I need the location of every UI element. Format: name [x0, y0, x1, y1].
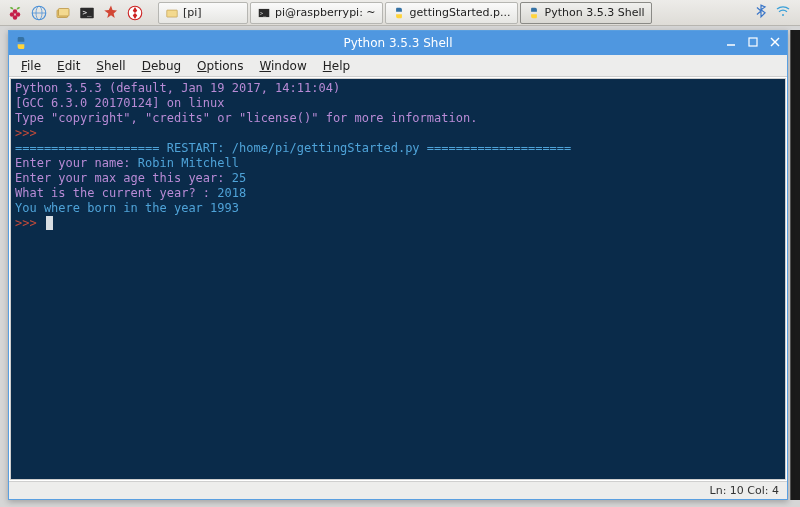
shell-output: Python 3.5.3 (default, Jan 19 2017, 14:1… — [11, 79, 785, 233]
prompt: >>> — [15, 126, 44, 140]
background-window-peek — [790, 30, 800, 500]
idle-window: Python 3.5.3 Shell File Edit Shell Debug… — [8, 30, 788, 500]
folder-icon — [165, 6, 179, 20]
statusbar: Ln: 10 Col: 4 — [9, 481, 787, 499]
close-button[interactable] — [767, 34, 783, 50]
task-terminal[interactable]: >_ pi@raspberrypi: ~ — [250, 2, 383, 24]
svg-point-2 — [13, 15, 18, 20]
os-taskbar: >_ [pi] >_ pi@raspberrypi: ~ gettingStar… — [0, 0, 800, 26]
task-pi-folder[interactable]: [pi] — [158, 2, 248, 24]
terminal-icon: >_ — [257, 6, 271, 20]
banner-line: Type "copyright", "credits" or "license(… — [15, 111, 477, 125]
minimize-button[interactable] — [723, 34, 739, 50]
star-icon[interactable] — [100, 2, 122, 24]
prompt: >>> — [15, 216, 44, 230]
globe-icon[interactable] — [28, 2, 50, 24]
svg-text:>_: >_ — [83, 8, 93, 17]
menu-shell[interactable]: Shell — [90, 57, 131, 75]
svg-point-15 — [782, 14, 784, 16]
python-icon — [392, 6, 406, 20]
prompt-text: Enter your max age this year: — [15, 171, 232, 185]
bluetooth-icon[interactable] — [754, 3, 768, 22]
banner-line: Python 3.5.3 (default, Jan 19 2017, 14:1… — [15, 81, 347, 95]
input-echo: 2018 — [217, 186, 246, 200]
svg-text:>_: >_ — [260, 9, 267, 16]
terminal-icon[interactable]: >_ — [76, 2, 98, 24]
svg-rect-8 — [59, 8, 70, 16]
maximize-button[interactable] — [745, 34, 761, 50]
menu-file[interactable]: File — [15, 57, 47, 75]
svg-point-3 — [13, 9, 18, 14]
task-label: pi@raspberrypi: ~ — [275, 6, 376, 19]
menu-help[interactable]: Help — [317, 57, 356, 75]
svg-rect-17 — [749, 38, 757, 46]
banner-line: [GCC 6.3.0 20170124] on linux — [15, 96, 225, 110]
task-label: [pi] — [183, 6, 202, 19]
task-editor[interactable]: gettingStarted.p... — [385, 2, 518, 24]
task-label: Python 3.5.3 Shell — [545, 6, 645, 19]
python-icon — [527, 6, 541, 20]
input-echo: 25 — [232, 171, 246, 185]
menu-options[interactable]: Options — [191, 57, 249, 75]
text-cursor — [46, 216, 53, 230]
wolfram-icon[interactable] — [124, 2, 146, 24]
menu-debug[interactable]: Debug — [136, 57, 187, 75]
input-echo: Robin Mitchell — [138, 156, 239, 170]
shell-area[interactable]: Python 3.5.3 (default, Jan 19 2017, 14:1… — [10, 78, 786, 480]
task-shell[interactable]: Python 3.5.3 Shell — [520, 2, 652, 24]
prompt-text: Enter your name: — [15, 156, 138, 170]
python-icon — [13, 35, 29, 51]
files-icon[interactable] — [52, 2, 74, 24]
menu-window[interactable]: Window — [253, 57, 312, 75]
wifi-icon[interactable] — [774, 3, 792, 22]
titlebar[interactable]: Python 3.5.3 Shell — [9, 31, 787, 55]
prompt-text: What is the current year? : — [15, 186, 217, 200]
menubar: File Edit Shell Debug Options Window Hel… — [9, 55, 787, 77]
system-tray — [754, 3, 796, 22]
svg-rect-12 — [167, 10, 178, 17]
task-label: gettingStarted.p... — [410, 6, 511, 19]
raspberry-icon[interactable] — [4, 2, 26, 24]
menu-edit[interactable]: Edit — [51, 57, 86, 75]
output-line: You where born in the year 1993 — [15, 201, 239, 215]
window-title: Python 3.5.3 Shell — [343, 36, 452, 50]
cursor-position: Ln: 10 Col: 4 — [710, 484, 779, 497]
restart-line: ==================== RESTART: /home/pi/g… — [15, 141, 571, 155]
